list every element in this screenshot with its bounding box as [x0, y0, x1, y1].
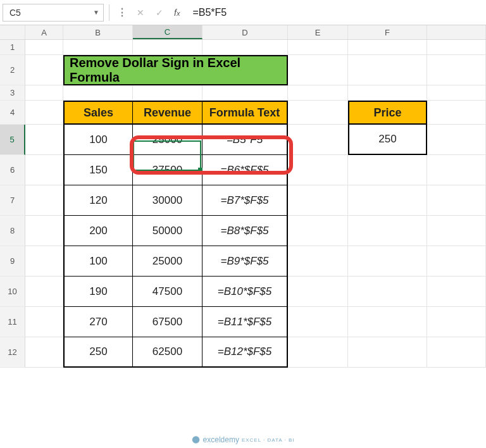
cell-sales[interactable]: 200	[63, 216, 133, 246]
cell[interactable]	[348, 185, 427, 216]
cell-formula-text[interactable]: =B11*$F$5	[202, 307, 288, 337]
cell[interactable]	[25, 337, 63, 368]
cell[interactable]	[288, 85, 348, 101]
cell[interactable]	[288, 307, 348, 337]
cell[interactable]	[427, 55, 486, 85]
cell[interactable]	[25, 40, 63, 55]
cell[interactable]	[348, 337, 427, 368]
cell[interactable]	[348, 155, 427, 185]
cell-revenue-active[interactable]: 25000	[133, 125, 202, 155]
cell[interactable]	[25, 101, 63, 125]
row-header[interactable]: 8	[0, 216, 25, 246]
row-header[interactable]: 1	[0, 40, 25, 55]
cell[interactable]	[427, 155, 486, 185]
row-header[interactable]: 3	[0, 85, 25, 101]
row-header[interactable]: 9	[0, 246, 25, 277]
cell[interactable]	[25, 85, 63, 101]
col-header[interactable]: D	[202, 25, 288, 39]
cell-revenue[interactable]: 50000	[133, 216, 202, 246]
cell-revenue[interactable]: 25000	[133, 246, 202, 277]
cell-formula-text[interactable]: =B12*$F$5	[202, 337, 288, 368]
cell[interactable]	[427, 85, 486, 101]
cell[interactable]	[133, 40, 202, 55]
cell[interactable]	[348, 246, 427, 277]
cell-sales[interactable]: 250	[63, 337, 133, 368]
cell-revenue[interactable]: 47500	[133, 277, 202, 307]
row-header[interactable]: 6	[0, 155, 25, 185]
cell[interactable]	[288, 185, 348, 216]
cell[interactable]	[427, 216, 486, 246]
col-header[interactable]: F	[348, 25, 427, 39]
cell[interactable]	[427, 125, 486, 155]
cell[interactable]	[63, 40, 133, 55]
cell[interactable]	[288, 125, 348, 155]
cell-formula-text[interactable]: =B7*$F$5	[202, 185, 288, 216]
cell-sales[interactable]: 100	[63, 125, 133, 155]
cell[interactable]	[63, 85, 133, 101]
cell[interactable]	[202, 85, 288, 101]
fx-icon[interactable]: fx	[170, 8, 184, 18]
row-header[interactable]: 10	[0, 277, 25, 307]
select-all-corner[interactable]	[0, 25, 25, 39]
cell[interactable]	[427, 185, 486, 216]
chevron-down-icon[interactable]: ▼	[93, 9, 99, 16]
cell-revenue[interactable]: 30000	[133, 185, 202, 216]
cell[interactable]	[25, 55, 63, 85]
cell-formula-text[interactable]: =B5*F5	[202, 125, 288, 155]
row-header[interactable]: 12	[0, 337, 25, 368]
cell-sales[interactable]: 100	[63, 246, 133, 277]
cell-formula-text[interactable]: =B8*$F$5	[202, 216, 288, 246]
cell-sales[interactable]: 150	[63, 155, 133, 185]
cell[interactable]	[427, 277, 486, 307]
formula-input[interactable]	[186, 4, 486, 22]
cell[interactable]	[25, 185, 63, 216]
col-header[interactable]: B	[63, 25, 133, 39]
cell[interactable]	[427, 246, 486, 277]
cell-revenue[interactable]: 37500	[133, 155, 202, 185]
row-header[interactable]: 2	[0, 55, 25, 85]
name-box[interactable]: C5 ▼	[3, 4, 104, 22]
cell[interactable]	[25, 125, 63, 155]
row-header-selected[interactable]: 5	[0, 125, 25, 155]
worksheet[interactable]: A B C D E F 1 2 Remove Dollar Sign in Ex…	[0, 25, 486, 368]
cell[interactable]	[348, 216, 427, 246]
row-header[interactable]: 7	[0, 185, 25, 216]
cell-price[interactable]: 250	[348, 125, 427, 155]
cell[interactable]	[288, 277, 348, 307]
cell[interactable]	[288, 155, 348, 185]
cell[interactable]	[427, 307, 486, 337]
col-header[interactable]	[427, 25, 486, 39]
cell[interactable]	[288, 337, 348, 368]
cell-revenue[interactable]: 67500	[133, 307, 202, 337]
cell[interactable]	[427, 40, 486, 55]
cancel-icon[interactable]: ✕	[132, 4, 149, 21]
cell[interactable]	[348, 85, 427, 101]
cell[interactable]	[288, 55, 348, 85]
col-header-selected[interactable]: C	[133, 25, 202, 39]
cell[interactable]	[348, 277, 427, 307]
cell[interactable]	[348, 307, 427, 337]
col-header[interactable]: E	[288, 25, 348, 39]
enter-icon[interactable]: ✓	[151, 4, 168, 21]
row-header[interactable]: 4	[0, 101, 25, 125]
cell[interactable]	[202, 40, 288, 55]
cell[interactable]	[288, 216, 348, 246]
cell-formula-text[interactable]: =B10*$F$5	[202, 277, 288, 307]
cell-formula-text[interactable]: =B6*$F$5	[202, 155, 288, 185]
cell[interactable]	[133, 85, 202, 101]
cell-formula-text[interactable]: =B9*$F$5	[202, 246, 288, 277]
row-header[interactable]: 11	[0, 307, 25, 337]
cell-sales[interactable]: 270	[63, 307, 133, 337]
cell[interactable]	[25, 307, 63, 337]
col-header[interactable]: A	[25, 25, 63, 39]
cell[interactable]	[25, 277, 63, 307]
cell[interactable]	[25, 216, 63, 246]
cell-sales[interactable]: 120	[63, 185, 133, 216]
cell[interactable]	[348, 55, 427, 85]
cell[interactable]	[288, 40, 348, 55]
cell[interactable]	[427, 337, 486, 368]
cell[interactable]	[25, 155, 63, 185]
cell[interactable]	[25, 246, 63, 277]
cell[interactable]	[348, 40, 427, 55]
cell-sales[interactable]: 190	[63, 277, 133, 307]
